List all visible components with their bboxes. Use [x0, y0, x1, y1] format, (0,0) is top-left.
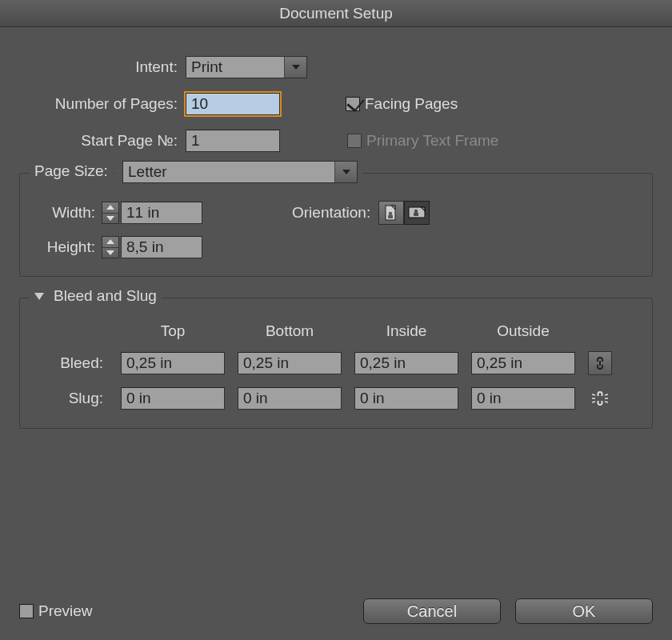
col-header-inside: Inside [354, 322, 458, 340]
bleed-slug-label: Bleed and Slug [54, 287, 157, 305]
disclosure-triangle-icon [34, 293, 44, 300]
slug-inside-input[interactable]: 0 in [354, 387, 458, 410]
svg-marker-13 [106, 250, 114, 255]
stepper-up-icon [102, 202, 118, 214]
orientation-landscape-button[interactable] [404, 201, 430, 225]
primary-text-frame-checkbox [347, 134, 362, 148]
preview-label: Preview [38, 602, 93, 620]
bleed-outside-input[interactable]: 0,25 in [471, 352, 575, 374]
landscape-icon [408, 206, 426, 219]
orientation-label: Orientation: [292, 204, 378, 222]
svg-rect-11 [414, 213, 418, 216]
slug-link-toggle[interactable] [588, 386, 612, 410]
ok-button-label: OK [573, 602, 596, 621]
link-icon [594, 355, 606, 371]
cancel-button[interactable]: Cancel [363, 598, 501, 624]
slug-row-label: Slug: [34, 390, 108, 407]
bleed-inside-input[interactable]: 0,25 in [354, 352, 458, 374]
width-label: Width: [38, 204, 102, 222]
num-pages-input[interactable]: 10 [186, 93, 280, 115]
svg-marker-0 [292, 65, 300, 70]
dropdown-arrow-icon [334, 162, 357, 182]
page-size-legend: Page Size: [30, 162, 113, 180]
primary-text-frame-label: Primary Text Frame [366, 132, 498, 150]
orientation-portrait-button[interactable] [378, 201, 404, 225]
col-header-outside: Outside [471, 322, 575, 340]
dropdown-arrow-icon [284, 57, 306, 78]
bleed-link-toggle[interactable] [588, 351, 612, 375]
svg-line-15 [592, 394, 595, 395]
height-stepper[interactable] [102, 236, 119, 258]
preview-checkbox[interactable] [19, 604, 34, 618]
width-input[interactable]: 11 in [121, 202, 202, 224]
svg-point-6 [389, 212, 393, 216]
svg-rect-14 [599, 361, 601, 366]
svg-line-18 [605, 394, 608, 395]
portrait-icon [385, 205, 398, 221]
height-input[interactable]: 8,5 in [121, 236, 202, 258]
width-stepper[interactable] [102, 202, 119, 224]
bleed-row-label: Bleed: [34, 354, 108, 372]
svg-marker-3 [106, 216, 114, 221]
cancel-button-label: Cancel [407, 602, 457, 621]
intent-label: Intent: [19, 58, 186, 76]
stepper-up-icon [102, 237, 118, 248]
window-title: Document Setup [279, 5, 393, 22]
slug-bottom-input[interactable]: 0 in [238, 387, 342, 410]
slug-top-input[interactable]: 0 in [121, 387, 225, 410]
col-header-bottom: Bottom [238, 322, 342, 340]
bleed-top-input[interactable]: 0,25 in [121, 352, 225, 374]
stepper-down-icon [102, 248, 118, 258]
facing-pages-label: Facing Pages [365, 95, 458, 113]
start-page-input[interactable]: 1 [186, 130, 280, 152]
facing-pages-checkbox[interactable] [346, 97, 360, 111]
svg-line-20 [605, 402, 608, 402]
col-header-top: Top [121, 322, 225, 340]
window-titlebar: Document Setup [0, 0, 672, 27]
num-pages-label: Number of Pages: [19, 95, 186, 113]
start-page-label: Start Page №: [19, 132, 186, 150]
ok-button[interactable]: OK [515, 598, 653, 624]
svg-rect-7 [388, 215, 393, 218]
stepper-down-icon [102, 214, 118, 224]
page-size-preset-value: Letter [123, 162, 334, 182]
slug-outside-input[interactable]: 0 in [471, 387, 575, 410]
page-size-preset-dropdown[interactable]: Letter [122, 161, 358, 183]
svg-marker-1 [342, 170, 350, 174]
svg-point-10 [414, 210, 418, 213]
intent-value: Print [186, 58, 284, 77]
unlink-icon [590, 390, 610, 406]
bleed-bottom-input[interactable]: 0,25 in [238, 352, 342, 374]
svg-marker-2 [106, 205, 114, 210]
height-label: Height: [38, 238, 102, 256]
svg-line-17 [592, 402, 595, 402]
intent-dropdown[interactable]: Print [186, 56, 307, 78]
svg-marker-12 [106, 239, 114, 244]
bleed-slug-legend[interactable]: Bleed and Slug [30, 287, 162, 305]
